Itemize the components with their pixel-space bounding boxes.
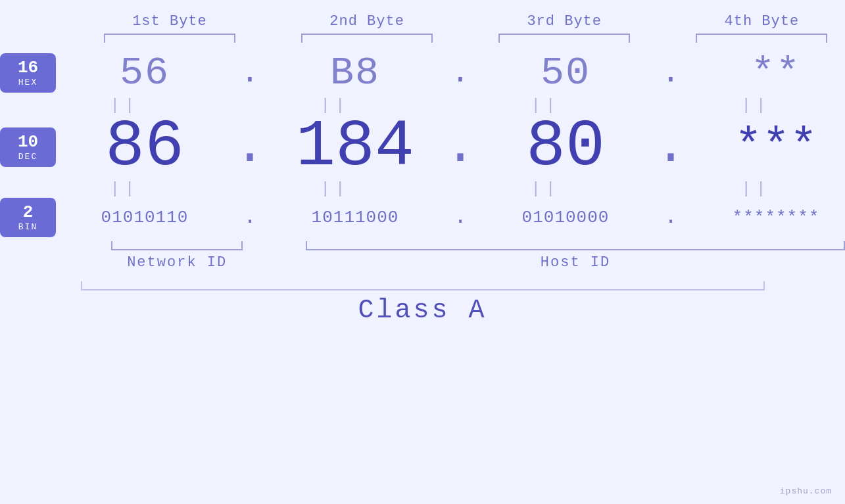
dec-dot-1: .	[233, 121, 266, 173]
network-id-label: Network ID	[127, 254, 227, 271]
hex-val-4: **	[751, 51, 801, 95]
class-bracket	[81, 281, 765, 290]
bin-base-num: 2	[3, 203, 53, 222]
byte-bracket-2	[301, 34, 433, 43]
eq-2-4: ||	[667, 180, 845, 198]
watermark: ipshu.com	[780, 486, 832, 496]
bin-val-4: ********	[733, 208, 820, 227]
bin-dot-2: .	[444, 207, 477, 228]
byte-col-3: 3rd Byte	[481, 13, 648, 43]
bin-val-3: 01010000	[522, 208, 610, 227]
class-label: Class A	[358, 296, 487, 325]
hex-dot-2: .	[444, 57, 477, 89]
network-id-section: Network ID	[79, 241, 275, 271]
bin-row: 2 BIN 01010110 . 10111000 . 01010000 . *…	[0, 198, 845, 237]
hex-dot-3: .	[654, 57, 687, 89]
dec-dot-2: .	[444, 121, 477, 173]
hex-row: 16 HEX 56 . B8 . 50 . **	[0, 49, 845, 97]
byte-col-4: 4th Byte	[679, 13, 845, 43]
hex-cell-3: 50	[477, 49, 654, 97]
main-container: 1st Byte 2nd Byte 3rd Byte 4th Byte 16 H…	[0, 0, 845, 504]
dec-val-3: 80	[526, 110, 605, 184]
byte-label-3: 3rd Byte	[527, 13, 602, 30]
hex-cell-2: B8	[266, 49, 444, 97]
hex-val-2: B8	[330, 51, 380, 95]
bin-val-1: 01010110	[101, 208, 189, 227]
hex-val-3: 50	[541, 51, 591, 95]
dec-cell-4: ***	[687, 124, 845, 170]
hex-values: 56 . B8 . 50 . **	[56, 49, 845, 97]
class-section: Class A	[81, 281, 765, 325]
dec-dot-3: .	[654, 121, 687, 173]
bin-values: 01010110 . 10111000 . 01010000 . *******…	[56, 206, 845, 229]
dec-badge: 10 DEC	[0, 127, 56, 167]
bin-cell-2: 10111000	[266, 206, 444, 229]
dec-base-name: DEC	[3, 152, 53, 162]
byte-label-4: 4th Byte	[725, 13, 800, 30]
byte-label-2: 2nd Byte	[329, 13, 404, 30]
byte-headers: 1st Byte 2nd Byte 3rd Byte 4th Byte	[0, 13, 845, 43]
dec-cell-1: 86	[56, 114, 233, 180]
host-id-label: Host ID	[541, 254, 610, 271]
dec-row: 10 DEC 86 . 184 . 80 . ***	[0, 114, 845, 180]
eq-1-4: ||	[667, 97, 845, 114]
byte-bracket-4	[696, 34, 827, 43]
bin-cell-3: 01010000	[477, 206, 654, 229]
bin-dot-3: .	[654, 207, 687, 228]
bin-cell-4: ********	[687, 206, 845, 229]
hex-base-num: 16	[3, 58, 53, 78]
hex-cell-1: 56	[56, 49, 233, 97]
host-id-bracket	[306, 241, 845, 250]
dec-val-4: ***	[735, 121, 817, 173]
bin-badge: 2 BIN	[0, 198, 56, 237]
dec-values: 86 . 184 . 80 . ***	[56, 114, 845, 180]
hex-dot-1: .	[233, 57, 266, 89]
hex-base-name: HEX	[3, 78, 53, 87]
hex-val-1: 56	[120, 51, 170, 95]
dec-cell-3: 80	[477, 114, 654, 180]
hex-cell-4: **	[687, 49, 845, 97]
dec-cell-2: 184	[266, 114, 444, 180]
byte-bracket-3	[498, 34, 630, 43]
dec-val-2: 184	[296, 110, 414, 184]
bin-dot-1: .	[233, 207, 266, 228]
byte-col-1: 1st Byte	[86, 13, 253, 43]
byte-label-1: 1st Byte	[132, 13, 207, 30]
network-id-bracket	[111, 241, 243, 250]
bottom-id-section: Network ID Host ID	[0, 241, 845, 271]
bin-base-name: BIN	[3, 222, 53, 232]
dec-base-num: 10	[3, 133, 53, 152]
dec-val-1: 86	[105, 110, 184, 184]
host-id-section: Host ID	[306, 241, 845, 271]
hex-badge: 16 HEX	[0, 53, 56, 93]
byte-bracket-1	[104, 34, 235, 43]
bin-cell-1: 01010110	[56, 206, 233, 229]
byte-col-2: 2nd Byte	[283, 13, 450, 43]
bin-val-2: 10111000	[312, 208, 399, 227]
